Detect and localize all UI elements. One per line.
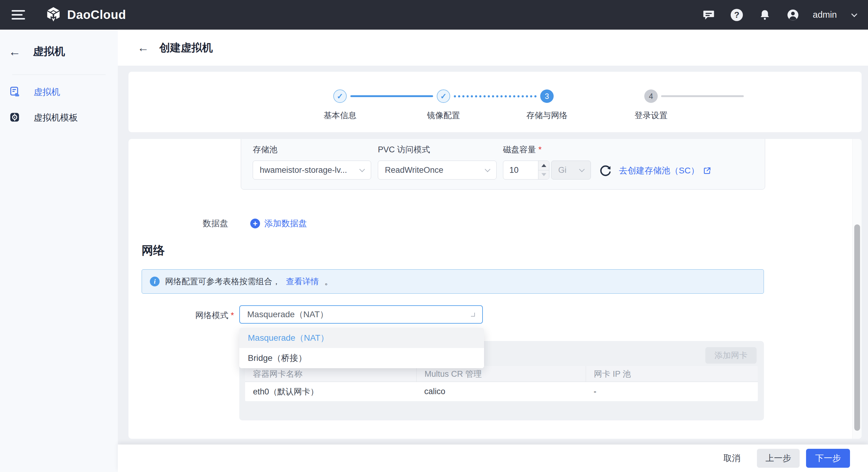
network-mode-dropdown: Masquerade（NAT） Bridge（桥接） [239,328,484,368]
stepper-up-button[interactable] [538,161,549,170]
disk-capacity-input[interactable]: 10 [503,160,549,179]
chevron-down-icon [485,167,490,172]
network-mode-select[interactable]: Masquerade（NAT） [239,305,483,324]
add-data-disk-link[interactable]: 添加数据盘 [264,218,307,229]
disk-capacity-value[interactable]: 10 [503,161,538,179]
chevron-down-icon[interactable] [851,11,857,17]
chevron-down-icon [579,167,585,172]
create-storage-pool-link[interactable]: 去创建存储池（SC） [619,165,711,176]
pvc-access-mode-label: PVC 访问模式 [378,144,430,155]
user-avatar[interactable] [786,8,799,21]
step-2-circle[interactable]: ✓ [437,89,450,103]
sidebar-item-label: 虚拟机 [34,86,60,98]
connector-done [350,95,433,97]
storage-pool-select[interactable]: hwameistor-storage-lv... [253,160,371,179]
screen: DaoCloud ? [0,0,868,472]
banner-text: 网络配置可参考表格按需组合， [165,276,280,287]
sidebar-item-label: 虚拟机模板 [34,112,78,124]
vm-icon [9,86,20,98]
network-section-title: 网络 [142,243,165,258]
vertical-scrollbar-thumb[interactable] [854,225,860,431]
step-3-label: 存储与网络 [510,110,584,121]
network-mode-label: 网络模式* [195,310,234,321]
disk-capacity-label: 磁盘容量* [503,144,542,155]
pvc-access-mode-value: ReadWriteOnce [385,166,443,175]
step-4-circle[interactable]: 4 [644,89,658,103]
triangle-up-icon [541,164,546,167]
topbar-actions: ? admin [702,8,857,21]
next-step-button[interactable]: 下一步 [806,449,850,468]
add-nic-button[interactable]: 添加网卡 [705,347,756,364]
form-content: 存储池 PVC 访问模式 磁盘容量* hwameistor-storage-lv… [128,139,862,439]
connector-dotted [454,95,536,97]
plus-circle-icon[interactable]: + [250,218,260,228]
required-asterisk: * [231,311,234,320]
data-disk-label: 数据盘 [203,218,228,229]
capacity-unit-select[interactable]: Gi [551,160,591,179]
step-1-label: 基本信息 [303,110,377,121]
cell-ip-pool: - [586,382,758,401]
storage-pool-value: hwameistor-storage-lv... [260,166,347,175]
help-icon[interactable]: ? [730,8,743,21]
step-4-label: 登录设置 [614,110,688,121]
page-title: 创建虚拟机 [159,40,213,55]
cell-multus-cr: calico [416,382,586,401]
vertical-scrollbar-track[interactable] [852,139,862,439]
sidebar-title: 虚拟机 [33,44,65,59]
page-header: ← 创建虚拟机 [118,30,868,66]
hamburger-menu-icon[interactable] [11,8,25,22]
sidebar-divider [12,75,105,75]
topbar: DaoCloud ? [0,0,868,30]
view-details-link[interactable]: 查看详情 [286,276,319,287]
dropdown-option-bridge[interactable]: Bridge（桥接） [239,348,484,368]
step-2-label: 镜像配置 [407,110,480,121]
vm-template-icon [9,112,20,124]
brand-name: DaoCloud [67,8,126,22]
storage-pool-label: 存储池 [253,144,277,155]
cell-nic-name: eth0（默认网卡） [245,382,416,401]
chevron-up-icon [471,313,475,317]
sidebar-item-vm-template[interactable]: 虚拟机模板 [0,108,118,128]
step-3-circle[interactable]: 3 [540,89,554,103]
pvc-access-mode-select[interactable]: ReadWriteOnce [378,160,497,179]
sidebar-header: ← 虚拟机 [0,30,118,59]
column-header-ip-pool: 网卡 IP 池 [586,366,758,382]
capacity-unit-value: Gi [558,166,566,175]
info-icon: i [150,276,160,286]
capacity-stepper [538,161,549,179]
sidebar-item-virtual-machine[interactable]: 虚拟机 [0,82,118,102]
message-icon[interactable] [702,8,715,21]
nic-table-header: 容器网卡名称 Multus CR 管理 网卡 IP 池 [245,366,758,382]
network-mode-value: Masquerade（NAT） [247,309,329,320]
page-back-button[interactable]: ← [137,42,149,53]
step-1-circle[interactable]: ✓ [333,89,347,103]
network-info-banner: i 网络配置可参考表格按需组合， 查看详情 。 [142,269,764,294]
user-name[interactable]: admin [813,10,837,20]
dropdown-option-masquerade[interactable]: Masquerade（NAT） [239,328,484,348]
refresh-icon[interactable] [599,164,612,178]
step-number: 3 [545,92,549,101]
check-icon: ✓ [337,92,343,101]
cancel-button[interactable]: 取消 [723,452,740,464]
sidebar-back-button[interactable]: ← [8,46,21,58]
sidebar: ← 虚拟机 虚拟机 [0,30,118,472]
check-icon: ✓ [440,92,447,101]
table-row: eth0（默认网卡） calico - [245,382,758,401]
required-asterisk: * [538,145,542,154]
notification-bell-icon[interactable] [758,8,771,21]
column-header-nic-name: 容器网卡名称 [245,366,416,382]
banner-suffix: 。 [324,276,333,287]
create-storage-pool-text: 去创建存储池（SC） [619,165,699,176]
daocloud-logo-icon [45,6,62,24]
stepper-down-button[interactable] [538,170,549,179]
step-number: 4 [649,92,653,101]
external-link-icon [703,167,711,175]
triangle-down-icon [541,173,546,176]
brand: DaoCloud [45,6,126,24]
wizard-stepper: ✓ ✓ 3 4 基本信息 镜像配置 存储与网络 登录设置 [128,72,862,132]
system-disk-card: 存储池 PVC 访问模式 磁盘容量* hwameistor-storage-lv… [241,139,765,189]
column-header-multus-cr: Multus CR 管理 [416,366,586,382]
chevron-down-icon [359,167,365,172]
previous-step-button[interactable]: 上一步 [757,449,800,468]
nic-table: 容器网卡名称 Multus CR 管理 网卡 IP 池 eth0（默认网卡） c… [245,366,758,401]
